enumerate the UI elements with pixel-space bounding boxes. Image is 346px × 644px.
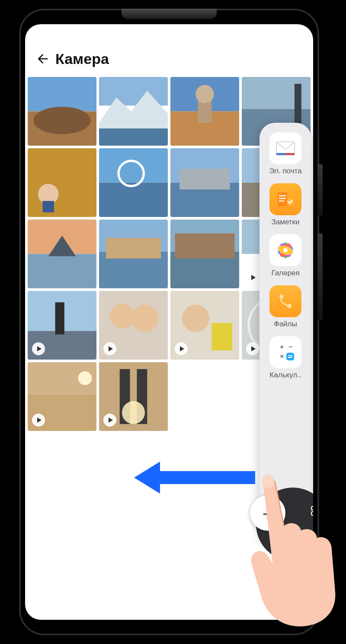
svg-rect-74 <box>286 353 294 360</box>
dock-item-notes[interactable]: Заметки <box>260 183 311 226</box>
video-thumb[interactable] <box>99 291 168 360</box>
photo-thumb[interactable] <box>28 77 96 146</box>
files-icon <box>269 285 301 317</box>
svg-point-9 <box>195 85 214 103</box>
play-icon <box>246 342 259 355</box>
video-thumb[interactable] <box>99 362 168 431</box>
notes-icon <box>269 183 301 215</box>
app-header: Камера <box>25 24 313 77</box>
photo-thumb[interactable] <box>99 77 168 146</box>
power-button[interactable] <box>317 164 323 216</box>
photo-thumb[interactable] <box>99 148 168 217</box>
svg-rect-39 <box>55 303 64 335</box>
play-icon <box>103 342 116 355</box>
svg-point-42 <box>131 305 159 332</box>
play-icon <box>175 342 188 355</box>
svg-rect-31 <box>106 238 161 258</box>
play-icon <box>32 414 45 427</box>
calculator-icon: +−× <box>269 336 301 368</box>
dock-item-calculator[interactable]: +−× Калькул.. <box>260 336 311 379</box>
volume-button[interactable] <box>317 233 323 320</box>
photo-thumb[interactable] <box>28 148 96 217</box>
svg-rect-57 <box>276 153 285 155</box>
svg-rect-21 <box>179 169 230 190</box>
svg-point-68 <box>283 248 288 252</box>
svg-rect-17 <box>99 183 168 217</box>
svg-rect-0 <box>28 77 96 112</box>
page-title: Камера <box>55 51 109 67</box>
dock-item-label: Калькул.. <box>269 371 301 379</box>
video-thumb[interactable] <box>170 291 239 360</box>
svg-text:+: + <box>280 343 284 351</box>
svg-rect-58 <box>278 192 287 206</box>
svg-text:−: − <box>288 343 292 351</box>
svg-rect-76 <box>288 357 292 358</box>
video-thumb[interactable] <box>28 362 96 431</box>
photo-thumb[interactable] <box>170 220 239 288</box>
mail-icon <box>269 132 301 164</box>
dock-item-files[interactable]: Файлы <box>260 285 311 328</box>
photo-thumb[interactable] <box>170 77 239 146</box>
svg-rect-5 <box>99 128 168 146</box>
photo-thumb[interactable] <box>99 220 168 288</box>
svg-rect-75 <box>288 355 292 356</box>
svg-point-2 <box>33 107 91 134</box>
svg-rect-34 <box>175 233 235 258</box>
dock-item-label: Эл. почта <box>269 167 301 175</box>
dock-item-gallery[interactable]: Галерея <box>260 234 311 277</box>
svg-point-44 <box>182 305 210 332</box>
dock-item-email[interactable]: Эл. почта <box>260 132 311 175</box>
svg-rect-13 <box>28 148 96 217</box>
svg-point-41 <box>109 303 135 328</box>
back-button[interactable] <box>35 50 52 67</box>
svg-point-50 <box>78 371 92 385</box>
svg-rect-45 <box>211 323 232 351</box>
svg-rect-16 <box>99 148 168 183</box>
dock-item-label: Файлы <box>274 320 297 328</box>
dock-item-label: Заметки <box>271 218 299 226</box>
play-icon <box>103 414 116 427</box>
svg-rect-15 <box>42 201 54 213</box>
svg-text:×: × <box>280 353 284 360</box>
play-icon <box>32 342 45 355</box>
photo-thumb[interactable] <box>170 148 239 217</box>
video-thumb[interactable] <box>28 291 96 360</box>
svg-rect-3 <box>99 77 168 105</box>
gallery-icon <box>269 234 301 266</box>
play-icon <box>246 271 259 284</box>
dock-item-label: Галерея <box>271 269 299 277</box>
svg-point-54 <box>122 401 145 424</box>
photo-thumb[interactable] <box>28 220 96 288</box>
svg-rect-27 <box>28 254 96 289</box>
